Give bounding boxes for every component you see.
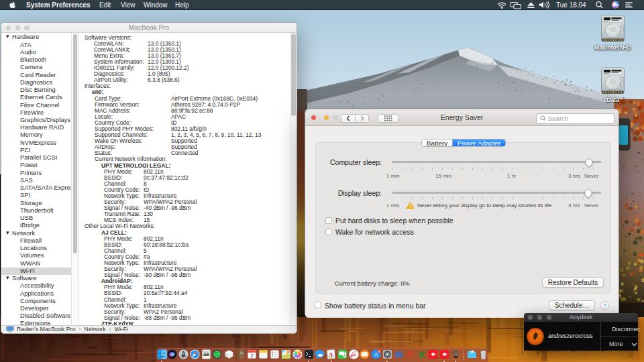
svg-text:System Preferences: System Preferences [26, 1, 91, 9]
svg-text:P: P [407, 349, 413, 359]
svg-text:W: W [394, 349, 404, 359]
svg-text:X: X [418, 349, 425, 359]
svg-text:A: A [329, 352, 333, 358]
svg-text:Window: Window [144, 1, 168, 9]
svg-text:View: View [121, 1, 136, 9]
svg-text:Edit: Edit [99, 1, 111, 9]
svg-text:2: 2 [250, 353, 253, 359]
svg-text:Help: Help [175, 1, 189, 9]
svg-text:A: A [374, 351, 378, 358]
svg-text:Tue 18.04: Tue 18.04 [556, 1, 586, 9]
